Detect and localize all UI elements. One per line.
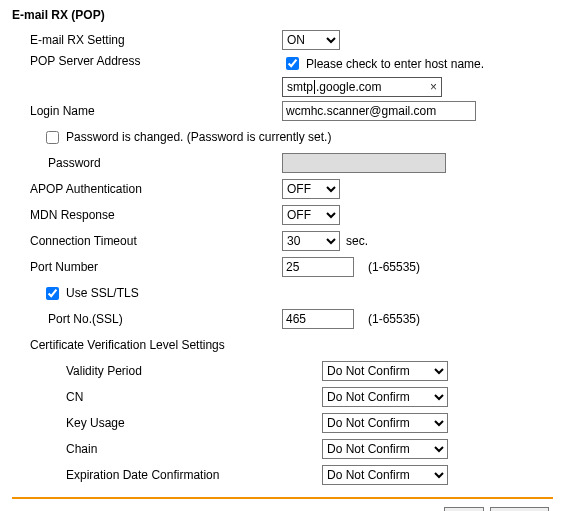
cert-header: Certificate Verification Level Settings [12, 338, 282, 352]
ssl-port-label: Port No.(SSL) [12, 312, 282, 326]
apop-label: APOP Authentication [12, 182, 282, 196]
password-changed-checkbox[interactable] [46, 131, 59, 144]
divider [12, 497, 553, 499]
mdn-select[interactable]: OFF [282, 205, 340, 225]
cert-validity-label: Validity Period [12, 364, 322, 378]
cancel-button[interactable]: Cancel [490, 507, 549, 511]
check-hostname-label: Please check to enter host name. [306, 57, 484, 71]
cert-validity-select[interactable]: Do Not Confirm [322, 361, 448, 381]
cert-key-select[interactable]: Do Not Confirm [322, 413, 448, 433]
password-label: Password [12, 156, 282, 170]
use-ssl-checkbox[interactable] [46, 287, 59, 300]
port-label: Port Number [12, 260, 282, 274]
cert-cn-select[interactable]: Do Not Confirm [322, 387, 448, 407]
pop-host-suffix: .google.com [316, 80, 430, 94]
apop-select[interactable]: OFF [282, 179, 340, 199]
cert-expire-select[interactable]: Do Not Confirm [322, 465, 448, 485]
login-name-label: Login Name [12, 104, 282, 118]
timeout-unit: sec. [346, 234, 368, 248]
pop-host-prefix: smtp [287, 80, 313, 94]
use-ssl-label: Use SSL/TLS [66, 286, 139, 300]
cert-chain-label: Chain [12, 442, 322, 456]
ssl-port-input[interactable] [282, 309, 354, 329]
password-changed-label: Password is changed. (Password is curren… [66, 130, 331, 144]
section-title: E-mail RX (POP) [12, 8, 553, 22]
cert-cn-label: CN [12, 390, 322, 404]
rx-setting-select[interactable]: ON [282, 30, 340, 50]
pop-server-label: POP Server Address [12, 54, 282, 68]
pop-host-input-wrap[interactable]: smtp .google.com × [282, 77, 442, 97]
timeout-label: Connection Timeout [12, 234, 282, 248]
port-range-hint: (1-65535) [368, 260, 420, 274]
mdn-label: MDN Response [12, 208, 282, 222]
password-input[interactable] [282, 153, 446, 173]
cert-chain-select[interactable]: Do Not Confirm [322, 439, 448, 459]
rx-setting-label: E-mail RX Setting [12, 33, 282, 47]
clear-input-icon[interactable]: × [430, 80, 437, 94]
check-hostname-checkbox[interactable] [286, 57, 299, 70]
ok-button[interactable]: OK [444, 507, 483, 511]
cert-key-label: Key Usage [12, 416, 322, 430]
ssl-port-range-hint: (1-65535) [368, 312, 420, 326]
cert-expire-label: Expiration Date Confirmation [12, 468, 322, 482]
port-input[interactable] [282, 257, 354, 277]
login-name-input[interactable] [282, 101, 476, 121]
timeout-select[interactable]: 30 [282, 231, 340, 251]
text-cursor [314, 80, 315, 94]
